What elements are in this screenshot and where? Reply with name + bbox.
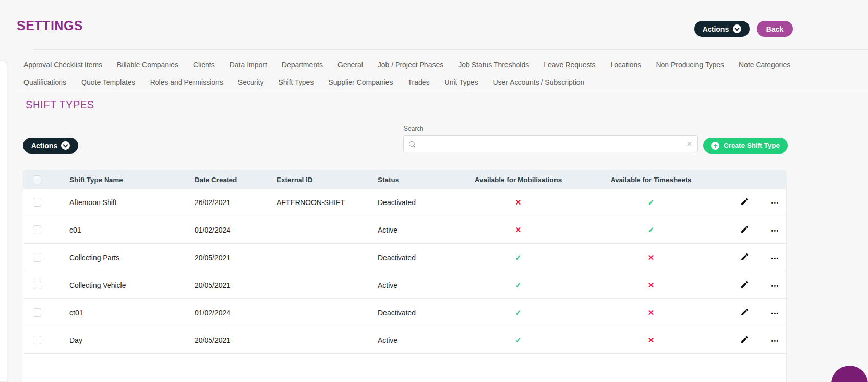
settings-tab-job-status-thresholds[interactable]: Job Status Thresholds — [458, 60, 529, 69]
left-drawer-edge[interactable] — [0, 60, 7, 382]
mobilisations-status-icon: ✓ — [515, 281, 522, 289]
settings-tab-user-accounts-subscription[interactable]: User Accounts / Subscription — [493, 78, 584, 87]
timesheets-status-icon: ✕ — [648, 308, 655, 317]
settings-tab-departments[interactable]: Departments — [282, 60, 323, 69]
header-actions-label: Actions — [703, 25, 729, 33]
back-button[interactable]: Back — [757, 21, 793, 37]
timesheets-status-icon: ✕ — [648, 253, 655, 262]
row-checkbox[interactable] — [33, 308, 41, 317]
timesheets-status-icon: ✕ — [648, 281, 655, 289]
settings-tab-quote-templates[interactable]: Quote Templates — [81, 78, 135, 87]
pencil-icon — [740, 335, 749, 344]
more-actions-button[interactable]: ••• — [764, 228, 786, 234]
more-actions-button[interactable]: ••• — [764, 256, 786, 261]
cell-date-created: 20/05/2021 — [195, 253, 277, 262]
cell-status: Deactivated — [378, 309, 460, 317]
nav-bottom-divider — [17, 92, 868, 92]
table-row: Day 20/05/2021 Active ✓ ✕ ••• — [23, 326, 786, 354]
pencil-icon — [740, 280, 749, 289]
shift-types-table: Shift Type Name Date Created External ID… — [23, 170, 787, 382]
header-actions-button[interactable]: Actions — [694, 21, 750, 37]
table-row: Collecting Vehicle 20/05/2021 Active ✓ ✕… — [23, 271, 786, 299]
settings-tabs-row-2: QualificationsQuote TemplatesRoles and P… — [23, 78, 860, 87]
select-all-checkbox[interactable] — [33, 175, 41, 184]
table-actions-button[interactable]: Actions — [23, 138, 78, 154]
mobilisations-status-icon: ✓ — [515, 253, 522, 262]
settings-tab-note-categories[interactable]: Note Categories — [739, 60, 790, 69]
edit-button[interactable] — [725, 197, 764, 206]
settings-tab-unit-types[interactable]: Unit Types — [445, 78, 478, 87]
row-checkbox[interactable] — [33, 336, 41, 344]
clear-search-icon[interactable]: ✕ — [687, 140, 692, 148]
floating-action-button[interactable] — [831, 366, 868, 382]
cell-status: Active — [378, 336, 460, 344]
row-checkbox[interactable] — [33, 281, 41, 289]
pencil-icon — [740, 308, 749, 316]
cell-shift-type-name: Collecting Vehicle — [69, 281, 195, 289]
edit-button[interactable] — [725, 252, 764, 261]
cell-external-id: AFTERNOON-SHIFT — [277, 198, 378, 207]
cell-date-created: 20/05/2021 — [195, 336, 277, 344]
timesheets-status-icon: ✓ — [648, 225, 655, 234]
table-row: Collecting Parts 20/05/2021 Deactivated … — [23, 244, 786, 271]
settings-tab-leave-requests[interactable]: Leave Requests — [544, 60, 595, 69]
header-date-created: Date Created — [195, 176, 277, 184]
mobilisations-status-icon: ✓ — [515, 308, 522, 317]
table-header-row: Shift Type Name Date Created External ID… — [23, 170, 786, 189]
more-actions-button[interactable]: ••• — [764, 283, 786, 289]
edit-button[interactable] — [725, 335, 764, 344]
mobilisations-status-icon: ✓ — [515, 336, 522, 344]
more-actions-button[interactable]: ••• — [764, 200, 786, 206]
cell-date-created: 20/05/2021 — [195, 281, 277, 289]
cell-status: Deactivated — [378, 198, 460, 207]
cell-date-created: 26/02/2021 — [195, 198, 277, 207]
more-actions-button[interactable]: ••• — [764, 311, 786, 316]
settings-tabs-row-1: Approval Checklist ItemsBillable Compani… — [23, 60, 860, 69]
cell-date-created: 01/02/2024 — [195, 226, 277, 234]
header-available-mobilisations: Available for Mobilisations — [460, 176, 577, 184]
settings-tab-general[interactable]: General — [337, 60, 363, 69]
pencil-icon — [740, 225, 749, 234]
search-input[interactable] — [419, 139, 687, 148]
timesheets-status-icon: ✓ — [648, 198, 655, 207]
search-label: Search — [404, 125, 423, 132]
settings-tab-shift-types[interactable]: Shift Types — [278, 78, 314, 87]
nav-top-divider — [33, 49, 868, 50]
edit-button[interactable] — [725, 308, 764, 316]
settings-tab-clients[interactable]: Clients — [193, 60, 215, 69]
settings-tab-billable-companies[interactable]: Billable Companies — [117, 60, 178, 69]
settings-tab-roles-and-permissions[interactable]: Roles and Permissions — [150, 78, 223, 87]
section-title: SHIFT TYPES — [26, 99, 94, 111]
edit-button[interactable] — [725, 280, 764, 289]
settings-tab-security[interactable]: Security — [238, 78, 264, 87]
table-row: Afternoon Shift 26/02/2021 AFTERNOON-SHI… — [23, 189, 786, 216]
cell-shift-type-name: c01 — [69, 226, 195, 234]
cell-date-created: 01/02/2024 — [195, 309, 277, 317]
row-checkbox[interactable] — [33, 225, 41, 234]
ellipsis-icon: ••• — [771, 200, 779, 206]
cell-shift-type-name: ct01 — [69, 309, 195, 317]
row-checkbox[interactable] — [33, 253, 41, 262]
settings-tab-job-project-phases[interactable]: Job / Project Phases — [378, 60, 443, 69]
table-actions-label: Actions — [31, 142, 57, 150]
cell-shift-type-name: Day — [69, 336, 195, 344]
settings-tab-data-import[interactable]: Data Import — [230, 60, 267, 69]
ellipsis-icon: ••• — [771, 228, 779, 234]
settings-tab-trades[interactable]: Trades — [407, 78, 429, 87]
back-label: Back — [766, 25, 783, 33]
pencil-icon — [740, 197, 749, 206]
row-checkbox[interactable] — [33, 198, 41, 207]
edit-button[interactable] — [725, 225, 764, 234]
more-actions-button[interactable]: ••• — [764, 338, 786, 344]
create-shift-type-button[interactable]: + Create Shift Type — [703, 138, 788, 154]
settings-tab-qualifications[interactable]: Qualifications — [23, 78, 66, 87]
cell-status: Deactivated — [378, 253, 460, 262]
timesheets-status-icon: ✕ — [648, 336, 655, 344]
settings-tab-supplier-companies[interactable]: Supplier Companies — [328, 78, 393, 87]
pencil-icon — [740, 252, 749, 261]
header-shift-type-name: Shift Type Name — [69, 176, 195, 184]
settings-tab-locations[interactable]: Locations — [610, 60, 641, 69]
settings-tab-non-producing-types[interactable]: Non Producing Types — [656, 60, 724, 69]
table-row: ct01 01/02/2024 Deactivated ✓ ✕ ••• — [23, 299, 786, 326]
settings-tab-approval-checklist-items[interactable]: Approval Checklist Items — [23, 60, 102, 69]
